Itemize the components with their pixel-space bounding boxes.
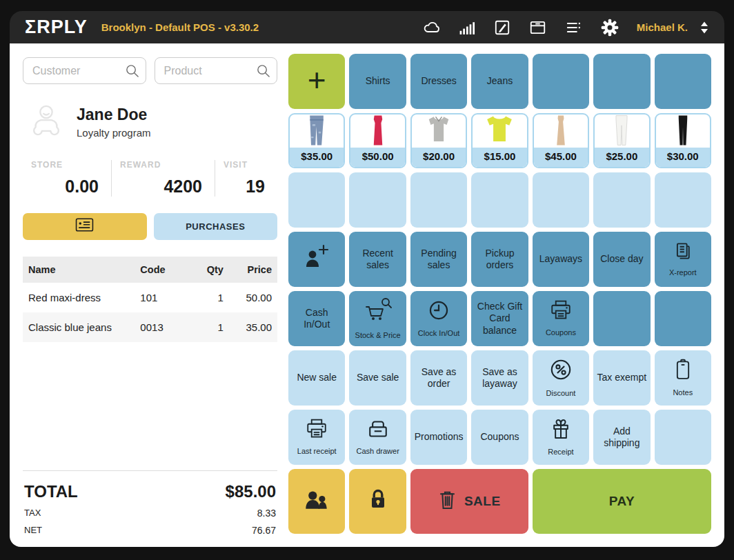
product-tile-blue-jeans[interactable]: $35.00	[288, 113, 345, 168]
edit-note-icon[interactable]	[493, 19, 511, 37]
dress-image	[350, 113, 404, 148]
add-customer-button[interactable]	[288, 232, 345, 287]
promotions-button[interactable]: Promotions	[410, 410, 467, 465]
tile-label: Tax exempt	[597, 372, 647, 384]
item-qty: 1	[196, 283, 229, 312]
customer-stats: STORE 0.00 REWARD 4200 VISIT 19	[23, 160, 277, 197]
cart-row[interactable]: Red maxi-dress 101 1 50.00	[23, 283, 277, 312]
customer-search-input[interactable]	[23, 57, 146, 84]
tax-exempt-button[interactable]: Tax exempt	[593, 350, 650, 406]
lock-register-button[interactable]	[349, 469, 406, 534]
empty-tile[interactable]	[593, 291, 650, 346]
tile-label: Pickup orders	[475, 248, 524, 272]
empty-tile[interactable]	[410, 172, 467, 228]
item-name: Red maxi-dress	[23, 283, 135, 312]
stock-price-button[interactable]: Stock & Price	[349, 291, 406, 346]
tile-caption: Stock & Price	[355, 331, 401, 341]
save-as-order-button[interactable]: Save as order	[410, 350, 467, 406]
plus-icon: +	[308, 64, 326, 96]
stat-value: 0.00	[31, 177, 99, 197]
item-price: 50.00	[229, 283, 277, 312]
product-tile-yellow-tshirt[interactable]: $15.00	[471, 113, 528, 168]
save-sale-button[interactable]: Save sale	[349, 350, 406, 406]
layaways-button[interactable]: Layaways	[533, 232, 589, 287]
menu-list-icon[interactable]	[564, 19, 583, 37]
cart-search-icon	[363, 297, 393, 328]
coupons-button[interactable]: Coupons	[471, 410, 528, 465]
item-name: Classic blue jeans	[23, 312, 135, 342]
product-tile-white-pants[interactable]: $25.00	[593, 113, 650, 168]
add-product-group-button[interactable]: +	[288, 54, 345, 109]
product-search-input[interactable]	[155, 57, 278, 84]
net-label: NET	[24, 525, 42, 536]
product-price: $50.00	[350, 148, 404, 167]
notes-button[interactable]: Notes	[655, 350, 711, 406]
empty-tile[interactable]	[349, 172, 406, 228]
new-sale-button[interactable]: New sale	[288, 350, 345, 406]
cash-drawer-icon[interactable]	[528, 19, 547, 37]
empty-tile[interactable]	[655, 291, 711, 346]
empty-tile[interactable]	[533, 54, 589, 109]
cash-drawer-button[interactable]: Cash drawer	[349, 410, 406, 465]
empty-tile[interactable]	[655, 54, 711, 109]
pay-button[interactable]: PAY	[533, 469, 711, 534]
x-report-button[interactable]: X-report	[655, 232, 711, 287]
product-tile-red-dress[interactable]: $50.00	[349, 113, 406, 168]
customer-name[interactable]: Jane Doe	[77, 106, 151, 124]
save-as-layaway-button[interactable]: Save as layaway	[471, 350, 528, 406]
printer-icon	[549, 299, 573, 325]
receipt-gift-button[interactable]: Receipt	[533, 410, 589, 465]
customers-button[interactable]	[288, 469, 345, 534]
category-dresses[interactable]: Dresses	[410, 54, 467, 109]
cart-header-row: Name Code Qty Price	[23, 257, 277, 283]
recent-sales-button[interactable]: Recent sales	[349, 232, 406, 287]
close-day-button[interactable]: Close day	[593, 232, 650, 287]
left-panel: Jane Doe Loyalty program STORE 0.00 REWA…	[10, 43, 288, 547]
signal-strength-icon[interactable]	[459, 19, 476, 36]
product-tile-beige-dress[interactable]: $45.00	[533, 113, 589, 168]
settings-gear-icon[interactable]	[600, 18, 619, 37]
product-price: $20.00	[412, 148, 466, 167]
customer-card-button[interactable]	[23, 213, 147, 240]
net-value: 76.67	[252, 525, 276, 536]
empty-tile[interactable]	[288, 172, 345, 228]
user-switch-arrows-icon[interactable]	[700, 20, 709, 35]
stat-label: VISIT	[224, 160, 265, 170]
empty-tile[interactable]	[471, 172, 528, 228]
check-gift-card-balance-button[interactable]: Check Gift Card balance	[471, 291, 528, 346]
empty-tile[interactable]	[593, 54, 650, 109]
tile-caption: X-report	[669, 268, 697, 278]
pickup-orders-button[interactable]: Pickup orders	[471, 232, 528, 287]
empty-tile[interactable]	[655, 172, 711, 228]
cloud-sync-icon[interactable]	[421, 19, 442, 37]
col-name: Name	[23, 257, 135, 283]
cart-row[interactable]: Classic blue jeans 0013 1 35.00	[23, 312, 277, 342]
purchases-button[interactable]: PURCHASES	[154, 213, 278, 240]
stat-value: 19	[224, 177, 265, 197]
clock-in-out-button[interactable]: Clock In/Out	[410, 291, 467, 346]
empty-tile[interactable]	[533, 172, 589, 228]
cash-in-out-button[interactable]: Cash In/Out	[288, 291, 345, 346]
stat-visit: VISIT 19	[215, 160, 277, 197]
last-receipt-button[interactable]: Last receipt	[288, 410, 345, 465]
tile-caption: Coupons	[546, 328, 576, 338]
current-user[interactable]: Michael K.	[637, 21, 688, 33]
product-tile-black-pants[interactable]: $30.00	[655, 113, 711, 168]
empty-tile[interactable]	[655, 410, 711, 465]
tile-caption: Last receipt	[297, 447, 337, 457]
pending-sales-button[interactable]: Pending sales	[410, 232, 467, 287]
tile-caption: Cash drawer	[356, 447, 399, 457]
category-jeans[interactable]: Jeans	[471, 54, 528, 109]
stat-value: 4200	[120, 177, 202, 197]
gift-icon	[550, 417, 572, 444]
top-bar: ΣRPLY Brooklyn - Default POS - v3.30.2 M…	[10, 11, 724, 43]
category-shirts[interactable]: Shirts	[349, 54, 406, 109]
coupons-print-button[interactable]: Coupons	[533, 291, 589, 346]
void-sale-button[interactable]: SALE	[410, 469, 528, 534]
discount-button[interactable]: Discount	[533, 350, 589, 406]
erply-logo: ΣRPLY	[25, 17, 88, 38]
empty-tile[interactable]	[593, 172, 650, 228]
tile-label: Save sale	[357, 372, 399, 384]
add-shipping-button[interactable]: Add shipping	[593, 410, 650, 465]
product-tile-gray-polo[interactable]: $20.00	[410, 113, 467, 168]
